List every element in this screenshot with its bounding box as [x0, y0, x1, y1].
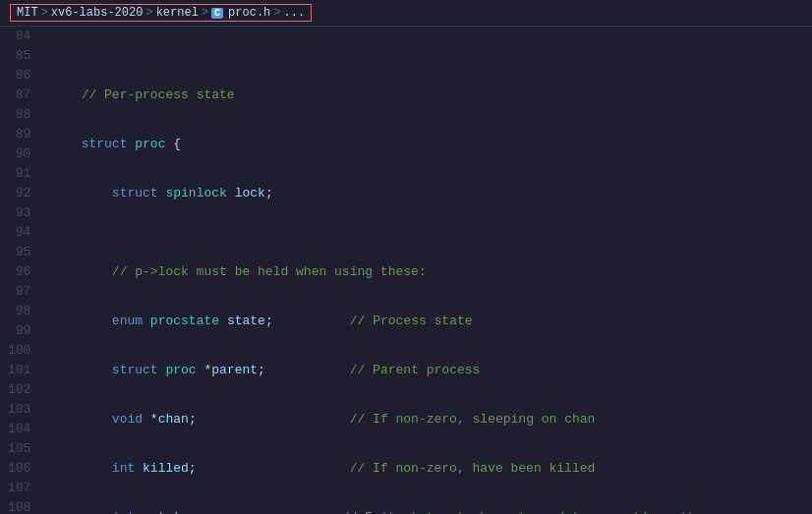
- code-line-94: int xstate; // Exit status to be returne…: [50, 508, 812, 514]
- code-line-93: int killed; // If non-zero, have been ki…: [50, 459, 812, 479]
- code-area: 84 85 86 87 88 89 90 91 92 93 94 95 96 9…: [0, 27, 812, 514]
- breadcrumb-folder[interactable]: kernel: [156, 6, 199, 20]
- breadcrumb-ellipsis[interactable]: ...: [284, 6, 306, 20]
- code-line-90: enum procstate state; // Process state: [50, 312, 812, 331]
- line-numbers: 84 85 86 87 88 89 90 91 92 93 94 95 96 9…: [0, 27, 42, 514]
- breadcrumb-mit[interactable]: MIT: [17, 6, 38, 20]
- code-line-86: struct proc {: [50, 135, 812, 154]
- code-line-92: void *chan; // If non-zero, sleeping on …: [50, 410, 812, 429]
- breadcrumb: MIT > xv6-labs-2020 > kernel > C proc.h …: [0, 0, 812, 27]
- c-file-icon: C: [211, 8, 223, 19]
- code-line-85: // Per-process state: [50, 86, 812, 105]
- code-line-89: // p->lock must be held when using these…: [50, 262, 812, 282]
- code-content[interactable]: // Per-process state struct proc { struc…: [42, 27, 812, 514]
- code-line-91: struct proc *parent; // Parent process: [50, 361, 812, 380]
- breadcrumb-repo[interactable]: xv6-labs-2020: [51, 6, 144, 20]
- code-line-87: struct spinlock lock;: [50, 184, 812, 203]
- breadcrumb-filename[interactable]: proc.h: [228, 6, 270, 20]
